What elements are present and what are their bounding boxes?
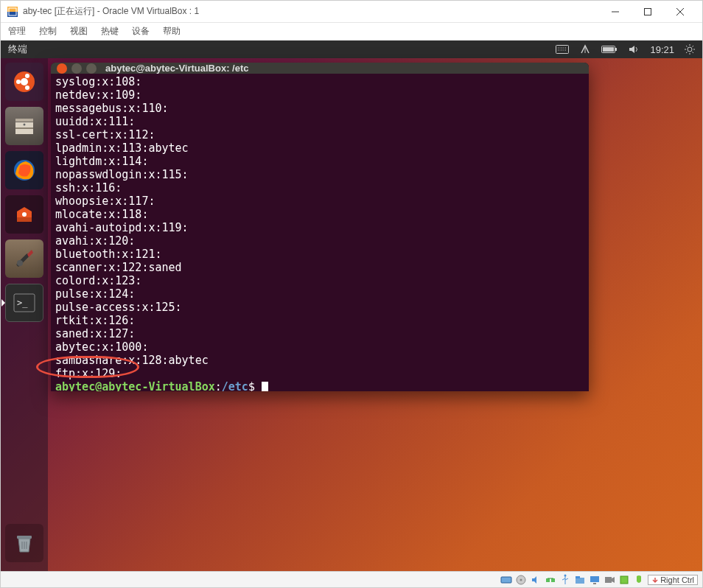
svg-line-18 bbox=[686, 46, 688, 47]
svg-rect-37 bbox=[17, 536, 32, 539]
svg-rect-41 bbox=[501, 577, 511, 583]
keyboard-icon[interactable] bbox=[556, 45, 569, 54]
sb-mouse-icon[interactable] bbox=[633, 574, 645, 586]
menu-devices[interactable]: 设备 bbox=[130, 24, 151, 39]
terminal-launcher-icon[interactable]: >_ bbox=[5, 284, 43, 322]
svg-point-30 bbox=[24, 124, 26, 126]
svg-line-20 bbox=[693, 46, 694, 47]
firefox-icon[interactable] bbox=[5, 151, 43, 189]
menu-hotkeys[interactable]: 热键 bbox=[99, 24, 120, 39]
svg-point-47 bbox=[564, 574, 567, 576]
minimize-button[interactable] bbox=[599, 1, 632, 22]
panel-app-label: 终端 bbox=[8, 43, 556, 56]
svg-point-25 bbox=[25, 74, 29, 78]
close-button[interactable] bbox=[664, 1, 696, 22]
svg-text:>_: >_ bbox=[17, 298, 28, 308]
svg-rect-12 bbox=[603, 47, 614, 52]
sb-display-icon[interactable] bbox=[589, 574, 601, 586]
svg-rect-44 bbox=[546, 578, 550, 582]
svg-rect-48 bbox=[576, 578, 584, 584]
battery-icon[interactable] bbox=[601, 45, 618, 54]
svg-rect-53 bbox=[620, 576, 628, 584]
svg-rect-27 bbox=[15, 119, 33, 122]
vb-title-text: aby-tec [正在运行] - Oracle VM VirtualBox : … bbox=[23, 5, 599, 18]
svg-point-33 bbox=[22, 212, 27, 217]
network-icon[interactable] bbox=[579, 44, 591, 55]
software-center-icon[interactable] bbox=[5, 195, 43, 234]
terminal-window[interactable]: abytec@abytec-VirtualBox: /etc syslog:x:… bbox=[51, 63, 589, 391]
svg-rect-49 bbox=[576, 576, 580, 578]
terminal-title-text: abytec@abytec-VirtualBox: /etc bbox=[105, 63, 249, 74]
maximize-button[interactable] bbox=[632, 1, 664, 22]
unity-launcher: >_ bbox=[1, 58, 48, 571]
svg-line-21 bbox=[686, 52, 688, 54]
svg-point-24 bbox=[16, 80, 21, 84]
sb-shared-icon[interactable] bbox=[574, 574, 586, 586]
sb-hdd-icon[interactable] bbox=[500, 574, 512, 586]
trash-icon[interactable] bbox=[5, 524, 43, 562]
svg-rect-51 bbox=[593, 583, 596, 584]
menu-help[interactable]: 帮助 bbox=[161, 24, 182, 39]
arrow-down-icon bbox=[651, 576, 659, 584]
svg-point-34 bbox=[17, 260, 23, 266]
svg-rect-29 bbox=[15, 127, 33, 129]
svg-line-19 bbox=[693, 52, 694, 54]
guest-display[interactable]: 终端 19:21 bbox=[1, 41, 702, 571]
svg-point-43 bbox=[520, 578, 522, 581]
terminal-body[interactable]: syslog:x:108: netdev:x:109: messagebus:x… bbox=[51, 74, 589, 391]
svg-rect-52 bbox=[605, 577, 612, 583]
vb-statusbar: Right Ctrl bbox=[1, 571, 702, 587]
menu-manage[interactable]: 管理 bbox=[7, 24, 27, 39]
gear-icon[interactable] bbox=[685, 44, 695, 55]
panel-time[interactable]: 19:21 bbox=[650, 44, 674, 55]
sb-audio-icon[interactable] bbox=[530, 574, 542, 586]
ubuntu-top-panel[interactable]: 终端 19:21 bbox=[1, 41, 702, 58]
volume-icon[interactable] bbox=[628, 44, 640, 55]
svg-rect-7 bbox=[556, 46, 569, 54]
term-maximize-icon[interactable] bbox=[86, 63, 97, 74]
sb-cpu-icon[interactable] bbox=[618, 574, 630, 586]
term-minimize-icon[interactable] bbox=[71, 63, 82, 74]
sb-hostkey[interactable]: Right Ctrl bbox=[648, 575, 698, 585]
sb-cd-icon[interactable] bbox=[515, 574, 527, 586]
vb-menubar: 管理 控制 视图 热键 设备 帮助 bbox=[1, 23, 702, 41]
svg-point-26 bbox=[25, 85, 29, 90]
terminal-titlebar[interactable]: abytec@abytec-VirtualBox: /etc bbox=[51, 63, 589, 74]
virtualbox-icon bbox=[7, 6, 18, 18]
svg-rect-45 bbox=[551, 578, 555, 582]
sb-usb-icon[interactable] bbox=[559, 574, 571, 586]
sb-net-icon[interactable] bbox=[545, 574, 556, 586]
menu-control[interactable]: 控制 bbox=[38, 24, 58, 39]
settings-icon[interactable] bbox=[5, 239, 43, 278]
files-icon[interactable] bbox=[5, 107, 43, 145]
panel-indicators: 19:21 bbox=[556, 44, 695, 55]
svg-rect-4 bbox=[645, 8, 651, 15]
svg-rect-32 bbox=[17, 217, 32, 222]
svg-rect-11 bbox=[615, 48, 617, 51]
hostkey-label: Right Ctrl bbox=[660, 575, 694, 584]
svg-point-13 bbox=[688, 47, 692, 52]
menu-view[interactable]: 视图 bbox=[69, 24, 89, 39]
dash-icon[interactable] bbox=[5, 63, 43, 101]
sb-record-icon[interactable] bbox=[604, 574, 615, 586]
svg-rect-50 bbox=[590, 576, 599, 582]
vb-titlebar[interactable]: aby-tec [正在运行] - Oracle VM VirtualBox : … bbox=[1, 1, 702, 23]
term-close-icon[interactable] bbox=[57, 63, 67, 74]
svg-point-23 bbox=[21, 78, 28, 85]
vb-outer-window: aby-tec [正在运行] - Oracle VM VirtualBox : … bbox=[0, 0, 703, 588]
ubuntu-desktop: 终端 19:21 bbox=[1, 41, 702, 571]
